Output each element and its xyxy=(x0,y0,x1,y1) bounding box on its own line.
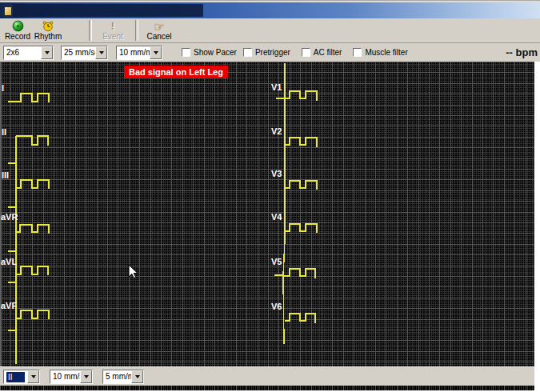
dropdown-arrow-icon[interactable] xyxy=(80,370,92,383)
lead-label-V2: V2 xyxy=(271,126,282,136)
pretrigger-checkbox-label: Pretrigger xyxy=(255,48,290,57)
lead-label-V5: V5 xyxy=(271,257,282,266)
stopwatch-icon xyxy=(42,20,54,32)
lead-label-V1: V1 xyxy=(271,82,282,92)
ecg-right-sweep-line xyxy=(283,63,285,344)
rhythm-speed-select[interactable]: 10 mm/sec xyxy=(50,370,93,384)
rhythm-gain-select-value: 5 mm/mV xyxy=(106,372,131,381)
record-orb-icon xyxy=(12,20,24,32)
ecg-trace-V2 xyxy=(285,138,317,147)
dropdown-arrow-icon[interactable] xyxy=(150,46,162,59)
speed-select[interactable]: 25 mm/sec xyxy=(61,46,108,60)
ecg-trace-V6 xyxy=(285,314,315,323)
record-button-label: Record xyxy=(5,32,30,41)
window-title xyxy=(13,4,203,17)
dropdown-arrow-icon[interactable] xyxy=(95,46,107,59)
gain-select-value: 10 mm/mV xyxy=(119,48,150,57)
event-button-label: Event xyxy=(102,32,123,41)
lead-label-aVR: aVR xyxy=(1,212,18,222)
ecg-display: Bad signal on Left Leg IIIIIIaVRaVLaVFV1… xyxy=(0,62,534,366)
rhythm-speed-select-value: 10 mm/sec xyxy=(53,372,80,381)
app-icon xyxy=(4,6,12,16)
ecg-trace-V3 xyxy=(285,181,317,190)
gain-select[interactable]: 10 mm/mV xyxy=(116,46,162,60)
mouse-cursor xyxy=(128,264,139,279)
ecg-trace-V5 xyxy=(274,269,315,278)
toolbar-separator xyxy=(89,20,92,41)
event-button: ! Event xyxy=(96,19,130,42)
heart-rate-label: -- bpm xyxy=(506,46,540,58)
lead-label-I: I xyxy=(2,83,4,93)
cancel-button-label: Cancel xyxy=(146,32,171,41)
cancel-button[interactable]: ☞ Cancel xyxy=(142,19,177,42)
toolbar-separator xyxy=(135,20,138,41)
lead-label-V6: V6 xyxy=(271,302,282,311)
ecg-grid-strip xyxy=(0,386,534,390)
lead-label-aVL: aVL xyxy=(1,257,17,266)
muscle-filter-checkbox-label: Muscle filter xyxy=(365,48,407,57)
exclamation-icon: ! xyxy=(111,20,114,32)
ecg-trace-I xyxy=(8,94,49,102)
checkbox-box[interactable] xyxy=(182,48,190,57)
layout-select-value: 2x6 xyxy=(6,48,19,57)
settings-bar: 2x6 25 mm/sec 10 mm/mV Show PacerPretrig… xyxy=(0,43,540,62)
record-button[interactable]: Record xyxy=(2,19,33,42)
ecg-application-window: Record Rhythm ! Event ☞ Cancel xyxy=(0,0,540,392)
ac-filter-checkbox-label: AC filter xyxy=(314,48,342,57)
checkbox-box[interactable] xyxy=(353,48,362,57)
layout-select[interactable]: 2x6 xyxy=(3,46,54,60)
rhythm-lead-select-value: II xyxy=(6,372,25,382)
ac-filter-checkbox[interactable]: AC filter xyxy=(302,48,342,57)
ecg-trace-III xyxy=(16,180,49,189)
speed-select-value: 25 mm/sec xyxy=(64,48,95,57)
window-right-edge xyxy=(534,62,540,390)
titlebar[interactable] xyxy=(0,2,540,18)
pretrigger-checkbox[interactable]: Pretrigger xyxy=(243,48,290,57)
lead-label-III: III xyxy=(2,170,9,180)
ecg-trace-aVL xyxy=(16,266,48,275)
rhythm-gain-select[interactable]: 5 mm/mV xyxy=(102,370,144,384)
ecg-traces xyxy=(0,62,534,366)
lead-label-aVF: aVF xyxy=(1,301,17,310)
rhythm-lead-select[interactable]: II xyxy=(3,370,40,384)
dropdown-arrow-icon[interactable] xyxy=(27,370,39,383)
muscle-filter-checkbox[interactable]: Muscle filter xyxy=(353,48,407,57)
toolbar: Record Rhythm ! Event ☞ Cancel xyxy=(0,18,540,43)
ecg-trace-II xyxy=(16,136,48,146)
rhythm-strip-bar: II 10 mm/sec 5 mm/mV xyxy=(0,366,534,386)
checkbox-box[interactable] xyxy=(243,48,252,57)
show-pacer-checkbox[interactable]: Show Pacer xyxy=(182,48,237,57)
rhythm-button-label: Rhythm xyxy=(34,32,62,41)
checkbox-box[interactable] xyxy=(302,48,310,57)
rhythm-button[interactable]: Rhythm xyxy=(33,19,63,42)
show-pacer-checkbox-label: Show Pacer xyxy=(194,48,237,57)
lead-label-V3: V3 xyxy=(271,169,282,178)
ecg-trace-aVR xyxy=(16,225,49,234)
lead-label-V4: V4 xyxy=(271,212,282,222)
dropdown-arrow-icon[interactable] xyxy=(131,370,143,383)
ecg-trace-V4 xyxy=(285,224,317,233)
pointing-hand-icon: ☞ xyxy=(154,20,164,32)
ecg-trace-aVF xyxy=(16,310,49,319)
dropdown-arrow-icon[interactable] xyxy=(41,46,53,59)
ecg-trace-V1 xyxy=(276,91,317,101)
lead-label-II: II xyxy=(2,127,6,137)
